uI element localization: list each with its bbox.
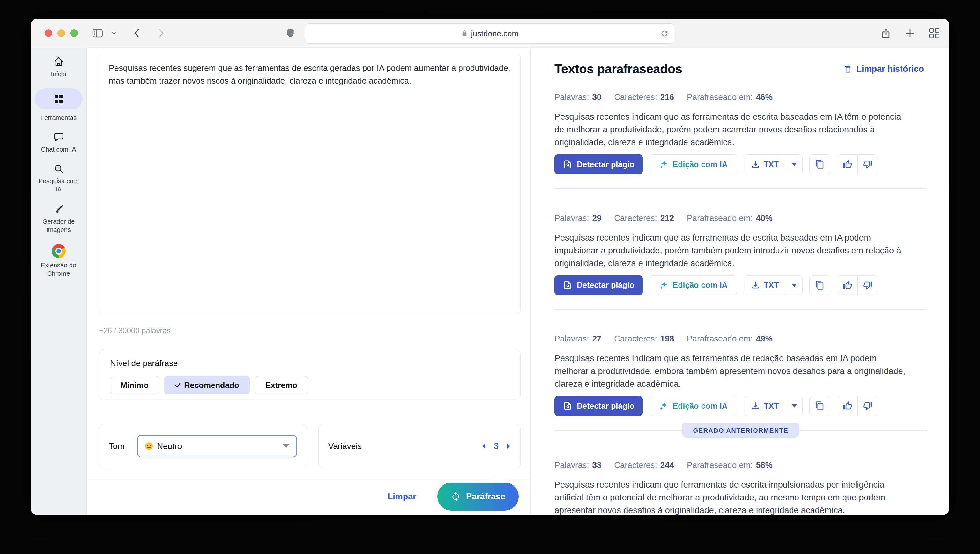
sidebar-item-inicio[interactable]: Início <box>33 57 85 78</box>
stat-value: 27 <box>592 334 601 344</box>
stat-value: 33 <box>592 460 601 470</box>
new-tab-icon[interactable] <box>905 19 916 48</box>
prev-variant-icon[interactable] <box>482 443 485 449</box>
sidebar-toggle-icon[interactable] <box>92 19 103 48</box>
url-bar[interactable]: justdone.com <box>305 23 675 44</box>
copy-button[interactable] <box>809 275 830 295</box>
sidebar-item-ferramentas[interactable]: Ferramentas <box>33 88 85 122</box>
ai-edit-button[interactable]: Edição com IA <box>649 154 737 174</box>
clear-button[interactable]: Limpar <box>386 492 418 502</box>
tone-variants-row: Tom Neutro Variáveis 3 <box>99 424 520 468</box>
download-format-caret[interactable] <box>786 396 802 416</box>
thumbs-down-button[interactable] <box>858 396 878 416</box>
paraphrase-button-label: Paráfrase <box>466 492 505 501</box>
detect-plagiarism-button[interactable]: Detectar plágio <box>554 154 643 174</box>
forward-button[interactable] <box>158 19 165 48</box>
stat-label: Palavras: <box>554 213 589 223</box>
download-format-caret[interactable] <box>786 155 802 174</box>
editor-text: Pesquisas recentes sugerem que as ferram… <box>109 62 511 87</box>
download-split-button: TXT <box>744 396 803 416</box>
thumbs-up-button[interactable] <box>837 396 858 416</box>
sidebar-item-extensao-do-chrome[interactable]: Extensão do Chrome <box>33 244 85 278</box>
level-minimo-button[interactable]: Mínimo <box>110 376 159 395</box>
stat-value: 46% <box>756 92 773 102</box>
sidebar-item-label: Pesquisa com IA <box>35 177 83 193</box>
result-separator <box>554 188 927 189</box>
download-split-button: TXT <box>744 154 803 174</box>
sidebar-item-label: Ferramentas <box>35 114 83 122</box>
zoom-window-button[interactable] <box>70 29 78 37</box>
privacy-shield-icon[interactable] <box>286 19 295 48</box>
variant-number: 3 <box>494 441 499 451</box>
ai-edit-button[interactable]: Edição com IA <box>649 396 737 416</box>
clear-history-button[interactable]: Limpar histórico <box>842 64 926 74</box>
next-variant-icon[interactable] <box>507 443 511 449</box>
stat-value: 198 <box>660 334 674 344</box>
variants-pager: 3 <box>482 441 511 451</box>
level-extremo-button[interactable]: Extremo <box>255 376 308 395</box>
stat-label: Parafraseado em: <box>687 213 753 223</box>
level-recomendado-button[interactable]: Recomendado <box>164 376 250 395</box>
thumbs-down-button[interactable] <box>858 276 878 295</box>
detect-plagiarism-button[interactable]: Detectar plágio <box>554 275 643 295</box>
level-label: Mínimo <box>121 381 149 390</box>
active-pill <box>35 88 83 110</box>
download-txt-button[interactable]: TXT <box>744 155 786 174</box>
results-title: Textos parafraseados <box>554 62 682 76</box>
result-text: Pesquisas recentes indicam que as ferram… <box>554 231 911 270</box>
download-split-button: TXT <box>744 275 803 295</box>
reload-icon[interactable] <box>660 29 669 38</box>
stat-label: Caracteres: <box>614 460 657 470</box>
detect-plagiarism-button[interactable]: Detectar plágio <box>554 396 643 416</box>
feedback-buttons <box>837 154 878 174</box>
result-stats: Palavras:30 Caracteres:216 Parafraseado … <box>554 92 911 102</box>
result-stats: Palavras:33 Caracteres:244 Parafraseado … <box>554 460 911 470</box>
paraphrase-level-options: Mínimo Recomendado Extremo <box>110 376 509 395</box>
editor-textarea[interactable]: Pesquisas recentes sugerem que as ferram… <box>99 54 520 314</box>
sidebar-item-gerador-de-imagens[interactable]: Gerador de Imagens <box>33 204 85 234</box>
download-txt-label: TXT <box>764 160 779 169</box>
close-window-button[interactable] <box>45 29 52 37</box>
thumbs-up-button[interactable] <box>837 276 858 295</box>
doc-search-icon <box>563 401 572 411</box>
copy-button[interactable] <box>809 154 830 174</box>
download-txt-button[interactable]: TXT <box>744 276 786 295</box>
sidebar-item-chat-com-ia[interactable]: Chat com IA <box>33 132 85 153</box>
trash-icon <box>843 65 853 74</box>
download-format-caret[interactable] <box>786 276 802 295</box>
thumbs-up-icon <box>843 159 853 169</box>
tone-select[interactable]: Neutro <box>137 435 297 457</box>
result-actions: Detectar plágio Edição com IA TXT <box>554 396 911 416</box>
tone-label: Tom <box>109 441 124 451</box>
tab-overview-icon[interactable] <box>928 19 940 48</box>
paraphrase-button[interactable]: Paráfrase <box>438 482 519 511</box>
sparkle-icon <box>659 159 668 169</box>
sparkle-icon <box>659 401 668 411</box>
home-icon <box>53 57 64 67</box>
thumbs-up-icon <box>843 280 853 290</box>
result-card: Palavras:30 Caracteres:216 Parafraseado … <box>554 92 911 174</box>
download-txt-button[interactable]: TXT <box>744 396 786 416</box>
back-button[interactable] <box>134 19 140 48</box>
stat-value: 30 <box>592 92 601 102</box>
word-count: ~26 / 30000 palavras <box>99 326 520 335</box>
thumbs-down-button[interactable] <box>858 155 878 174</box>
share-icon[interactable] <box>880 19 891 48</box>
tone-card: Tom Neutro <box>99 424 307 468</box>
thumbs-up-button[interactable] <box>837 155 858 174</box>
sidebar-item-pesquisa-com-ia[interactable]: Pesquisa com IA <box>33 164 85 193</box>
traffic-lights <box>45 29 78 37</box>
chevron-down-icon[interactable] <box>111 19 117 48</box>
feedback-buttons <box>837 396 878 416</box>
result-card: Palavras:29 Caracteres:212 Parafraseado … <box>554 213 911 295</box>
copy-button[interactable] <box>809 396 830 416</box>
minimize-window-button[interactable] <box>57 29 65 37</box>
result-text: Pesquisas recentes indicam que ferrament… <box>554 478 911 515</box>
result-actions: Detectar plágio Edição com IA TXT <box>554 154 911 174</box>
chat-icon <box>53 132 64 142</box>
ai-edit-button[interactable]: Edição com IA <box>649 275 737 295</box>
stat-label: Palavras: <box>554 334 589 344</box>
doc-search-icon <box>563 280 572 290</box>
stat-value: 40% <box>756 213 773 223</box>
level-label: Recomendado <box>185 381 239 390</box>
